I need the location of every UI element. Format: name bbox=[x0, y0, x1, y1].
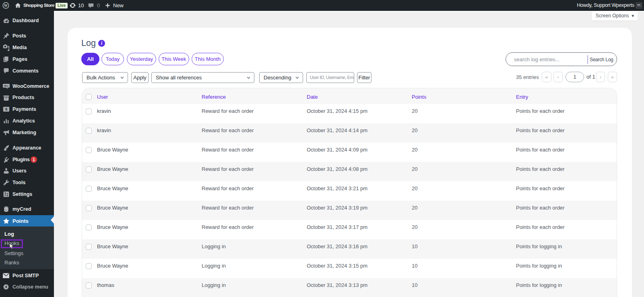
svg-text:$: $ bbox=[5, 107, 8, 111]
svg-text:W: W bbox=[4, 4, 8, 8]
svg-text:Woo: Woo bbox=[4, 85, 8, 87]
